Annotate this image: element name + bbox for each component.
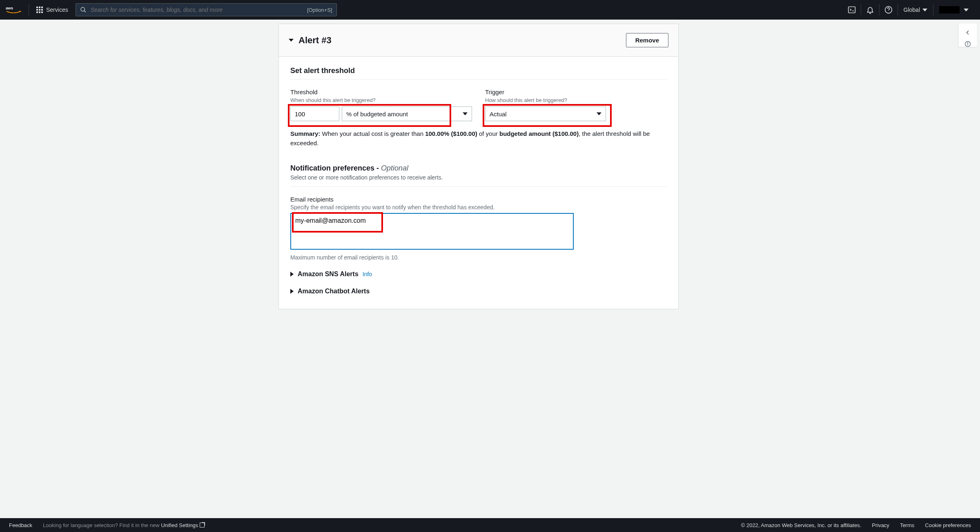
threshold-value-input[interactable] <box>290 106 339 121</box>
trigger-value: Actual <box>490 111 507 117</box>
caret-right-icon <box>290 272 294 277</box>
search-icon <box>80 7 87 13</box>
svg-rect-3 <box>848 7 855 13</box>
email-recipients-label: Email recipients <box>290 196 667 203</box>
global-search[interactable]: [Option+S] <box>76 3 337 16</box>
services-menu[interactable]: Services <box>36 7 68 13</box>
chatbot-alerts-expand[interactable]: Amazon Chatbot Alerts <box>290 288 667 295</box>
external-link-icon <box>200 523 205 528</box>
alert-card: Alert #3 Remove Set alert threshold Thre… <box>278 24 679 309</box>
bell-icon <box>866 6 874 14</box>
cookie-preferences-link[interactable]: Cookie preferences <box>925 522 971 528</box>
chevron-down-icon <box>597 113 601 115</box>
feedback-link[interactable]: Feedback <box>9 522 32 528</box>
terms-link[interactable]: Terms <box>900 522 914 528</box>
alert-title: Alert #3 <box>298 35 332 46</box>
caret-right-icon <box>290 289 294 294</box>
region-label: Global <box>904 7 920 13</box>
remove-button[interactable]: Remove <box>626 33 668 47</box>
language-prompt: Looking for language selection? Find it … <box>43 522 205 528</box>
help-icon <box>884 6 893 14</box>
divider <box>29 4 29 16</box>
divider <box>290 186 667 187</box>
chatbot-label: Amazon Chatbot Alerts <box>298 288 370 295</box>
services-label: Services <box>46 7 68 13</box>
notification-title: Notification preferences - Optional <box>290 164 408 173</box>
privacy-link[interactable]: Privacy <box>872 522 889 528</box>
region-selector[interactable]: Global <box>898 0 933 20</box>
unified-settings-link[interactable]: Unified Settings <box>161 522 205 528</box>
email-recipients-input[interactable] <box>290 213 574 250</box>
top-nav: aws Services [Option+S] Global <box>0 0 980 20</box>
trigger-select[interactable]: Actual <box>485 106 606 121</box>
svg-text:aws: aws <box>6 6 13 10</box>
footer: Feedback Looking for language selection?… <box>0 518 980 532</box>
chevron-down-icon <box>463 113 468 115</box>
sns-info-link[interactable]: Info <box>363 271 372 277</box>
threshold-unit-select[interactable]: % of budgeted amount <box>342 106 472 121</box>
svg-line-2 <box>84 11 86 12</box>
chevron-down-icon <box>964 9 969 11</box>
notifications-button[interactable] <box>861 0 879 20</box>
notification-subtitle: Select one or more notification preferen… <box>290 174 667 181</box>
threshold-section-title: Set alert threshold <box>290 66 667 75</box>
trigger-hint: How should this alert be triggered? <box>485 97 667 103</box>
svg-point-7 <box>967 42 968 43</box>
chevron-down-icon <box>922 9 927 11</box>
chevron-left-icon[interactable] <box>964 29 971 36</box>
sns-alerts-expand[interactable]: Amazon SNS Alerts Info <box>290 270 667 278</box>
aws-logo[interactable]: aws <box>6 5 21 15</box>
collapse-icon[interactable] <box>289 39 294 42</box>
main-area: Alert #3 Remove Set alert threshold Thre… <box>0 20 980 518</box>
copyright: © 2022, Amazon Web Services, Inc. or its… <box>741 522 862 528</box>
trigger-label: Trigger <box>485 89 667 95</box>
help-button[interactable] <box>880 0 898 20</box>
threshold-hint: When should this alert be triggered? <box>290 97 472 103</box>
account-id-redacted <box>939 6 960 13</box>
sns-label: Amazon SNS Alerts <box>298 270 359 278</box>
email-max-hint: Maximum number of email recipients is 10… <box>290 254 667 261</box>
summary-prefix: Summary: <box>290 130 320 137</box>
cloudshell-icon <box>848 6 856 14</box>
threshold-unit-value: % of budgeted amount <box>346 111 408 117</box>
info-icon[interactable] <box>964 41 971 47</box>
services-grid-icon <box>36 7 43 13</box>
account-menu[interactable] <box>933 0 974 20</box>
search-input[interactable] <box>91 7 303 13</box>
threshold-label: Threshold <box>290 89 472 95</box>
help-panel-collapsed <box>958 24 977 47</box>
email-recipients-hint: Specify the email recipients you want to… <box>290 204 667 211</box>
threshold-summary: Summary: When your actual cost is greate… <box>290 129 667 148</box>
svg-point-1 <box>81 7 85 11</box>
alert-card-header: Alert #3 Remove <box>279 24 678 57</box>
search-shortcut: [Option+S] <box>307 7 332 13</box>
divider <box>290 79 667 80</box>
cloudshell-button[interactable] <box>843 0 861 20</box>
right-rail <box>957 20 980 518</box>
